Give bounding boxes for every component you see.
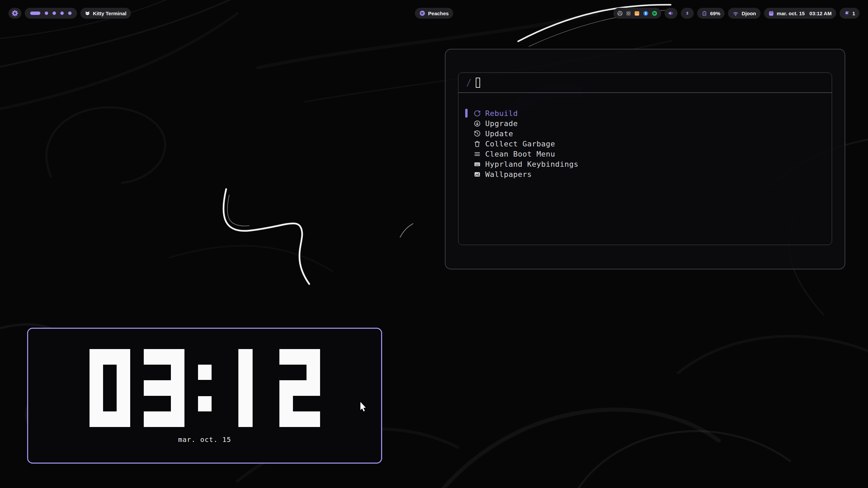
gear-flower-icon xyxy=(12,10,18,17)
menu-item-label: Collect Garbage xyxy=(485,140,555,148)
spotify-green-tray-icon[interactable] xyxy=(652,11,657,16)
selection-indicator xyxy=(465,109,468,118)
focused-window-pill[interactable]: Kitty Terminal xyxy=(80,8,131,19)
focused-window-title: Kitty Terminal xyxy=(93,11,126,16)
ksquare-tray-icon[interactable] xyxy=(626,11,631,16)
menu-item-collect-garbage[interactable]: Collect Garbage xyxy=(458,139,832,149)
system-tray xyxy=(613,8,661,19)
topbar-left-group: Kitty Terminal xyxy=(8,8,131,19)
network-name: Djoon xyxy=(742,11,756,16)
speaker-icon xyxy=(668,10,674,16)
keyboard-icon xyxy=(474,161,481,168)
menu-item-wallpapers[interactable]: Wallpapers xyxy=(458,169,832,179)
menu-item-hyprland-keybindings[interactable]: Hyprland Keybindings xyxy=(458,159,832,169)
bluetooth-icon xyxy=(685,11,690,16)
time-label: 03:12 AM xyxy=(809,11,831,16)
update-clock-icon xyxy=(474,130,481,137)
menu-item-clean-boot-menu[interactable]: Clean Boot Menu xyxy=(458,149,832,159)
workspace-2[interactable] xyxy=(45,12,48,15)
search-input[interactable]: / xyxy=(458,73,832,93)
clock-time-display xyxy=(28,349,381,427)
menu-lines-icon xyxy=(474,150,481,158)
calendar-icon xyxy=(768,11,774,16)
workspace-5[interactable] xyxy=(68,12,72,15)
menu-item-label: Update xyxy=(485,129,513,138)
notifications-pill[interactable]: 1 xyxy=(840,8,860,19)
menu-item-label: Upgrade xyxy=(485,119,518,128)
launcher-button[interactable] xyxy=(8,8,21,19)
trash-icon xyxy=(474,140,481,147)
clock-date: mar. oct. 15 xyxy=(28,435,381,444)
bluetooth-blue-tray-icon[interactable] xyxy=(643,11,649,16)
datetime-pill[interactable]: mar. oct. 15 03:12 AM xyxy=(764,8,836,19)
battery-percent: 69% xyxy=(710,11,720,16)
menu-item-label: Clean Boot Menu xyxy=(485,150,555,158)
menu-item-label: Rebuild xyxy=(485,109,518,118)
mouse-cursor xyxy=(360,402,366,413)
wifi-icon xyxy=(732,10,739,17)
notification-count: 1 xyxy=(852,11,855,16)
cat-icon xyxy=(85,11,90,16)
workspace-3[interactable] xyxy=(53,12,56,15)
battery-pill[interactable]: 69% xyxy=(697,8,725,19)
media-player-pill[interactable]: Peaches xyxy=(415,8,453,19)
text-cursor xyxy=(476,78,480,88)
media-track-title: Peaches xyxy=(428,11,449,16)
menu-item-label: Hyprland Keybindings xyxy=(485,160,578,168)
search-prompt: / xyxy=(466,78,472,88)
menu-item-update[interactable]: Update xyxy=(458,128,832,139)
menu-item-upgrade[interactable]: Upgrade xyxy=(458,118,832,128)
menu-item-label: Wallpapers xyxy=(485,170,532,179)
launcher-menu-list: RebuildUpgradeUpdateCollect GarbageClean… xyxy=(458,93,832,179)
volume-button[interactable] xyxy=(665,8,677,19)
battery-icon xyxy=(702,11,707,16)
date-label: mar. oct. 15 xyxy=(777,11,805,16)
workspace-1-active[interactable] xyxy=(30,12,40,15)
launcher-box: / RebuildUpgradeUpdateCollect GarbageCle… xyxy=(458,73,832,245)
bell-icon xyxy=(844,11,850,16)
orange-folder-tray-icon[interactable] xyxy=(634,11,640,16)
launcher-panel: / RebuildUpgradeUpdateCollect GarbageCle… xyxy=(445,49,845,269)
bluetooth-button[interactable] xyxy=(681,8,694,19)
image-icon xyxy=(474,171,481,178)
workspaces-indicator[interactable] xyxy=(25,8,77,19)
clock-widget[interactable]: mar. oct. 15 xyxy=(27,328,382,464)
network-pill[interactable]: Djoon xyxy=(728,8,761,19)
arrow-down-circle-icon xyxy=(474,120,481,127)
aperture-tray-icon[interactable] xyxy=(617,11,623,16)
workspace-4[interactable] xyxy=(60,12,64,15)
spotify-icon xyxy=(419,10,426,16)
topbar-right-group: 69% Djoon xyxy=(613,8,860,19)
rotate-cw-icon xyxy=(474,110,481,117)
menu-item-rebuild[interactable]: Rebuild xyxy=(458,108,832,118)
